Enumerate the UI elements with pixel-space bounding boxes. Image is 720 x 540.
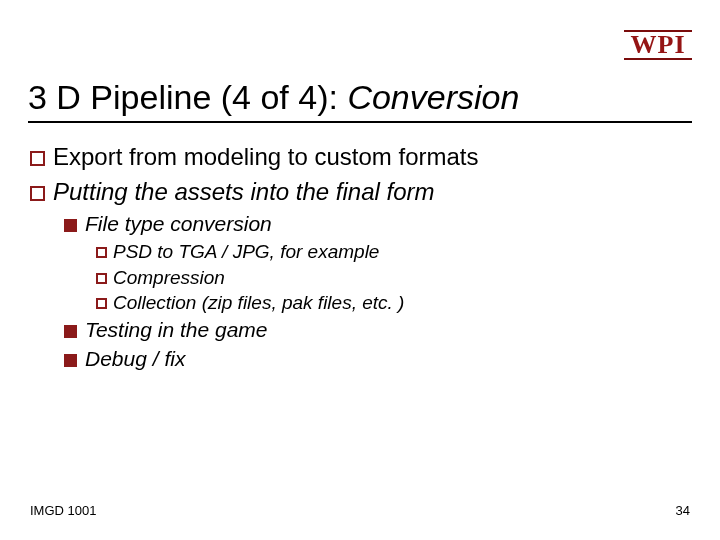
outline-box-icon (96, 298, 107, 309)
bullet-level1: Export from modeling to custom formats (30, 142, 692, 173)
slide-body: Export from modeling to custom formats P… (30, 140, 692, 375)
bullet-level3: Collection (zip files, pak files, etc. ) (96, 291, 692, 315)
solid-box-icon (64, 219, 77, 232)
title-text: 3 D Pipeline (4 of 4): (28, 78, 347, 116)
bullet-text: Export from modeling to custom formats (53, 143, 478, 170)
bullet-level1: Putting the assets into the final form (30, 177, 692, 208)
outline-box-icon (30, 186, 45, 201)
footer-course-code: IMGD 1001 (30, 503, 96, 518)
outline-box-icon (96, 273, 107, 284)
bullet-text: File type conversion (85, 212, 272, 235)
footer-page-number: 34 (676, 503, 690, 518)
bullet-text: Testing in the game (85, 318, 268, 341)
wpi-logo: WPI (624, 30, 692, 60)
slide-title: 3 D Pipeline (4 of 4): Conversion (28, 78, 692, 123)
wpi-logo-text: WPI (631, 32, 686, 58)
title-italic: Conversion (347, 78, 519, 116)
outline-box-icon (30, 151, 45, 166)
solid-box-icon (64, 354, 77, 367)
bullet-text: PSD to TGA / JPG, for example (113, 241, 379, 262)
bullet-level2: Debug / fix (64, 346, 692, 373)
bullet-level3: PSD to TGA / JPG, for example (96, 240, 692, 264)
bullet-text: Putting the assets into the final form (53, 178, 435, 205)
bullet-level2: Testing in the game (64, 317, 692, 344)
bullet-text: Collection (zip files, pak files, etc. ) (113, 292, 404, 313)
bullet-level3: Compression (96, 266, 692, 290)
outline-box-icon (96, 247, 107, 258)
solid-box-icon (64, 325, 77, 338)
bullet-level2: File type conversion (64, 211, 692, 238)
bullet-text: Compression (113, 267, 225, 288)
bullet-text: Debug / fix (85, 347, 185, 370)
